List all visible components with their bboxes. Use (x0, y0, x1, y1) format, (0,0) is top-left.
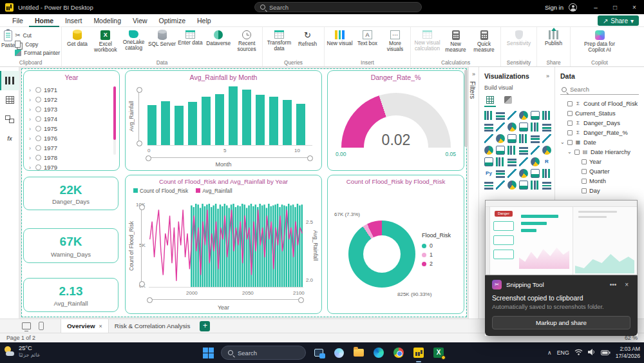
data-pane-search-box[interactable] (560, 84, 639, 95)
donut-chart-icon[interactable] (531, 134, 540, 143)
100-stacked-column-chart-icon[interactable] (542, 111, 551, 120)
expand-chevron-icon[interactable]: › (29, 97, 33, 103)
field-checkbox-icon[interactable] (582, 169, 587, 174)
ribbon-chart-icon[interactable] (542, 123, 551, 132)
chrome-button[interactable] (392, 346, 406, 360)
legend-item-0[interactable]: 0 (422, 241, 451, 250)
publish-button[interactable]: Publish (540, 29, 568, 46)
prep-data-copilot-button[interactable]: Prep data for Copilot AI (575, 29, 624, 54)
field-checkbox-icon[interactable] (567, 101, 573, 106)
battery-icon[interactable] (601, 349, 611, 357)
more-visuals-button[interactable]: ⋯More visuals (381, 29, 409, 53)
line-chart-icon[interactable] (484, 123, 493, 132)
recent-sources-button[interactable]: Recent sources (232, 29, 261, 53)
slicer-year-1979[interactable]: ›1979 (29, 162, 110, 172)
get-data-button[interactable]: Get data (63, 29, 91, 47)
field-danger-rate-[interactable]: ΣDanger_Rate_% (560, 128, 639, 137)
flood-risk-donut-chart[interactable]: Count of Flood_Risk by Flood_Risk 67K (7… (327, 175, 464, 314)
expand-chevron-icon[interactable]: › (29, 87, 33, 93)
field-date[interactable]: ⌄▦Date (560, 137, 639, 147)
power-apps-icon[interactable] (507, 181, 516, 190)
multi-row-card-icon[interactable] (484, 157, 493, 166)
dataverse-button[interactable]: Dataverse (204, 29, 232, 46)
danger-rate-gauge[interactable]: Danger_Rate_% 0.02 0.00 0.05 (327, 70, 464, 171)
paste-button[interactable]: Paste (1, 29, 15, 48)
get-more-visuals-icon[interactable] (542, 181, 551, 190)
legend-item-2[interactable]: 2 (422, 259, 451, 268)
clock[interactable]: 2:03 AM 17/4/2026 (616, 346, 640, 359)
field-checkbox-icon[interactable] (582, 179, 587, 184)
x-axis-range-slider[interactable] (149, 299, 302, 300)
screenshot-preview-thumbnail[interactable]: Danger (485, 200, 638, 275)
radio-button-icon[interactable] (35, 145, 41, 151)
titlebar-search-input[interactable] (269, 4, 398, 11)
expand-chevron-icon[interactable]: › (29, 116, 33, 123)
expand-chevron-icon[interactable]: › (29, 126, 33, 132)
onelake-catalog-button[interactable]: OneLake catalog (120, 29, 148, 52)
treemap-icon[interactable] (542, 134, 551, 143)
kpi-icon[interactable] (496, 157, 505, 166)
line-and-clustered-column-chart-icon[interactable] (531, 123, 540, 132)
pie-chart-icon[interactable] (519, 134, 528, 143)
excel-workbook-button[interactable]: XExcel workbook (91, 29, 120, 54)
tab-view[interactable]: View (127, 14, 153, 27)
slicer-year-1971[interactable]: ›1971 (29, 85, 110, 95)
slicer-year-1974[interactable]: ›1974 (29, 114, 110, 124)
format-visual-tab[interactable] (502, 94, 514, 106)
volume-icon[interactable] (588, 349, 596, 357)
share-button[interactable]: ↗ Share ▾ (598, 15, 639, 26)
expand-chevron-icon[interactable]: › (29, 106, 33, 113)
python-visual-icon[interactable]: Py (484, 169, 493, 178)
y-axis-range-slider[interactable] (141, 206, 142, 285)
filters-pane-collapsed[interactable]: » Filters (468, 67, 479, 319)
gauge-icon[interactable] (531, 146, 540, 155)
slicer-year-1973[interactable]: ›1973 (29, 104, 110, 114)
line-and-stacked-column-chart-icon[interactable] (519, 123, 528, 132)
text-slicer-icon[interactable] (531, 181, 540, 190)
x-axis-range-slider[interactable] (147, 157, 311, 158)
clustered-column-chart-icon[interactable] (519, 111, 528, 120)
maximize-button[interactable]: □ (605, 0, 625, 14)
power-bi-app-button[interactable] (412, 346, 426, 360)
titlebar-search-box[interactable] (254, 2, 422, 12)
enter-data-button[interactable]: Enter data (176, 29, 204, 46)
slicer-year-1978[interactable]: ›1978 (29, 153, 110, 162)
radio-button-icon[interactable] (35, 116, 41, 122)
new-page-button[interactable]: + (200, 321, 210, 331)
close-tab-icon[interactable]: × (99, 323, 102, 329)
paginated-report-icon[interactable] (484, 181, 493, 190)
avg-rainfall-card[interactable]: 2.13 Avg_Rainfall (23, 278, 118, 312)
field-current-status[interactable]: Current_Status (560, 108, 639, 118)
100-stacked-bar-chart-icon[interactable] (531, 111, 540, 120)
file-explorer-button[interactable] (352, 346, 366, 360)
field-checkbox-icon[interactable] (567, 121, 573, 126)
tab-file[interactable]: File (6, 14, 29, 27)
field-day[interactable]: Day (560, 186, 639, 195)
expand-chevron-icon[interactable]: › (29, 155, 33, 161)
field-checkbox-icon[interactable] (574, 150, 580, 155)
waterfall-chart-icon[interactable] (484, 134, 493, 143)
field-count-of-flood-risk[interactable]: ΣCount of Flood_Risk (560, 99, 639, 108)
stacked-bar-chart-icon[interactable] (484, 111, 493, 120)
more-options-icon[interactable]: ••• (608, 281, 619, 288)
excel-app-button[interactable]: X (431, 346, 446, 360)
radio-button-icon[interactable] (35, 126, 41, 132)
tab-home[interactable]: Home (29, 14, 59, 27)
shape-map-icon[interactable] (507, 146, 516, 155)
report-page[interactable]: Year ›1971›1972›1973›1974›1975›1976›1977… (22, 69, 466, 317)
canvas-scrollbar[interactable] (464, 70, 468, 147)
radio-button-icon[interactable] (35, 106, 41, 112)
format-painter-button[interactable]: Format painter (15, 50, 60, 56)
map-icon[interactable] (484, 146, 493, 155)
qa-visual-icon[interactable] (519, 169, 528, 178)
radio-button-icon[interactable] (35, 87, 41, 93)
refresh-button[interactable]: ↻Refresh (294, 29, 322, 47)
slicer-scrollbar[interactable] (113, 86, 116, 155)
transform-data-button[interactable]: Transform data (265, 29, 294, 52)
smart-narrative-icon[interactable] (531, 169, 540, 178)
desktop-layout-icon[interactable] (22, 322, 31, 329)
legend-item-1[interactable]: 1 (422, 250, 451, 259)
minimize-button[interactable]: – (586, 0, 605, 14)
quick-measure-button[interactable]: Quick measure (470, 29, 498, 54)
y-axis-range-slider[interactable] (138, 89, 139, 144)
